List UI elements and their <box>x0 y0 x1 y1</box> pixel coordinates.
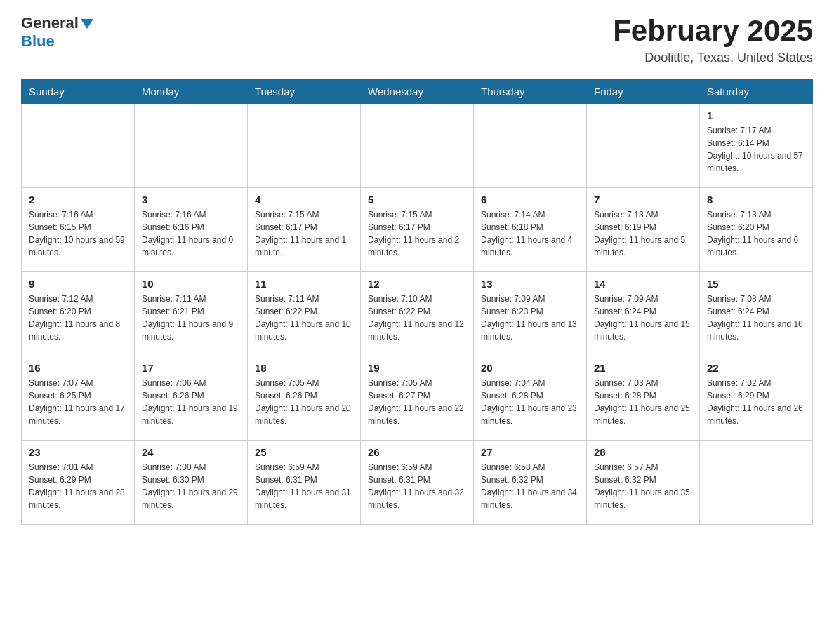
calendar-day-cell: 14Sunrise: 7:09 AMSunset: 6:24 PMDayligh… <box>587 272 700 356</box>
day-number: 5 <box>368 194 466 206</box>
calendar-day-cell: 11Sunrise: 7:11 AMSunset: 6:22 PMDayligh… <box>248 272 361 356</box>
day-sun-info: Sunrise: 7:14 AMSunset: 6:18 PMDaylight:… <box>481 208 579 259</box>
day-number: 12 <box>368 278 466 290</box>
day-number: 21 <box>594 362 692 374</box>
weekday-header-saturday: Saturday <box>700 80 813 104</box>
day-number: 28 <box>594 446 692 458</box>
calendar-day-cell: 2Sunrise: 7:16 AMSunset: 6:15 PMDaylight… <box>22 188 135 272</box>
calendar-day-cell: 10Sunrise: 7:11 AMSunset: 6:21 PMDayligh… <box>135 272 248 356</box>
logo-triangle-icon <box>81 19 93 29</box>
day-number: 14 <box>594 278 692 290</box>
day-sun-info: Sunrise: 7:09 AMSunset: 6:23 PMDaylight:… <box>481 293 579 343</box>
day-number: 4 <box>255 194 353 206</box>
location-subtitle: Doolittle, Texas, United States <box>613 51 813 65</box>
day-number: 13 <box>481 278 579 290</box>
calendar-day-cell: 16Sunrise: 7:07 AMSunset: 6:25 PMDayligh… <box>22 356 135 441</box>
calendar-day-cell: 24Sunrise: 7:00 AMSunset: 6:30 PMDayligh… <box>135 441 248 525</box>
day-number: 19 <box>368 362 466 374</box>
calendar-day-cell: 7Sunrise: 7:13 AMSunset: 6:19 PMDaylight… <box>587 188 700 272</box>
calendar-day-cell: 28Sunrise: 6:57 AMSunset: 6:32 PMDayligh… <box>587 441 700 525</box>
day-number: 26 <box>368 446 466 458</box>
day-sun-info: Sunrise: 7:15 AMSunset: 6:17 PMDaylight:… <box>255 208 353 259</box>
calendar-day-cell: 1Sunrise: 7:17 AMSunset: 6:14 PMDaylight… <box>700 104 813 188</box>
day-number: 10 <box>142 278 240 290</box>
calendar-day-cell: 15Sunrise: 7:08 AMSunset: 6:24 PMDayligh… <box>700 272 813 356</box>
calendar-week-row: 1Sunrise: 7:17 AMSunset: 6:14 PMDaylight… <box>22 104 813 188</box>
calendar-day-cell <box>135 104 248 188</box>
calendar-day-cell: 8Sunrise: 7:13 AMSunset: 6:20 PMDaylight… <box>700 188 813 272</box>
weekday-header-row: SundayMondayTuesdayWednesdayThursdayFrid… <box>22 80 813 104</box>
day-sun-info: Sunrise: 6:59 AMSunset: 6:31 PMDaylight:… <box>368 461 466 511</box>
day-sun-info: Sunrise: 7:15 AMSunset: 6:17 PMDaylight:… <box>368 208 466 259</box>
day-number: 17 <box>142 362 240 374</box>
calendar-day-cell: 19Sunrise: 7:05 AMSunset: 6:27 PMDayligh… <box>361 356 474 441</box>
calendar-week-row: 23Sunrise: 7:01 AMSunset: 6:29 PMDayligh… <box>22 441 813 525</box>
day-sun-info: Sunrise: 7:00 AMSunset: 6:30 PMDaylight:… <box>142 461 240 511</box>
calendar-day-cell: 3Sunrise: 7:16 AMSunset: 6:16 PMDaylight… <box>135 188 248 272</box>
calendar-day-cell <box>361 104 474 188</box>
weekday-header-monday: Monday <box>135 80 248 104</box>
day-number: 15 <box>707 278 805 290</box>
day-number: 7 <box>594 194 692 206</box>
month-title: February 2025 <box>613 14 813 48</box>
title-section: February 2025 Doolittle, Texas, United S… <box>613 14 813 65</box>
day-sun-info: Sunrise: 7:01 AMSunset: 6:29 PMDaylight:… <box>29 461 127 511</box>
calendar-day-cell <box>474 104 587 188</box>
day-sun-info: Sunrise: 6:58 AMSunset: 6:32 PMDaylight:… <box>481 461 579 511</box>
day-number: 1 <box>707 109 805 121</box>
calendar-week-row: 9Sunrise: 7:12 AMSunset: 6:20 PMDaylight… <box>22 272 813 356</box>
day-sun-info: Sunrise: 7:17 AMSunset: 6:14 PMDaylight:… <box>707 124 805 175</box>
day-sun-info: Sunrise: 7:09 AMSunset: 6:24 PMDaylight:… <box>594 293 692 343</box>
calendar-day-cell: 22Sunrise: 7:02 AMSunset: 6:29 PMDayligh… <box>700 356 813 441</box>
day-number: 9 <box>29 278 127 290</box>
day-number: 2 <box>29 194 127 206</box>
svg-marker-0 <box>81 19 93 29</box>
calendar-day-cell: 9Sunrise: 7:12 AMSunset: 6:20 PMDaylight… <box>22 272 135 356</box>
calendar-day-cell: 4Sunrise: 7:15 AMSunset: 6:17 PMDaylight… <box>248 188 361 272</box>
calendar-day-cell: 23Sunrise: 7:01 AMSunset: 6:29 PMDayligh… <box>22 441 135 525</box>
day-sun-info: Sunrise: 7:16 AMSunset: 6:15 PMDaylight:… <box>29 208 127 259</box>
day-number: 24 <box>142 446 240 458</box>
logo: General Blue <box>21 14 93 51</box>
day-sun-info: Sunrise: 7:10 AMSunset: 6:22 PMDaylight:… <box>368 293 466 343</box>
day-sun-info: Sunrise: 7:13 AMSunset: 6:19 PMDaylight:… <box>594 208 692 259</box>
day-sun-info: Sunrise: 7:05 AMSunset: 6:27 PMDaylight:… <box>368 377 466 427</box>
calendar-week-row: 2Sunrise: 7:16 AMSunset: 6:15 PMDaylight… <box>22 188 813 272</box>
day-number: 27 <box>481 446 579 458</box>
day-sun-info: Sunrise: 7:04 AMSunset: 6:28 PMDaylight:… <box>481 377 579 427</box>
day-sun-info: Sunrise: 7:03 AMSunset: 6:28 PMDaylight:… <box>594 377 692 427</box>
day-sun-info: Sunrise: 7:08 AMSunset: 6:24 PMDaylight:… <box>707 293 805 343</box>
day-sun-info: Sunrise: 7:06 AMSunset: 6:26 PMDaylight:… <box>142 377 240 427</box>
calendar-day-cell: 12Sunrise: 7:10 AMSunset: 6:22 PMDayligh… <box>361 272 474 356</box>
day-number: 18 <box>255 362 353 374</box>
weekday-header-wednesday: Wednesday <box>361 80 474 104</box>
day-number: 16 <box>29 362 127 374</box>
day-number: 23 <box>29 446 127 458</box>
day-sun-info: Sunrise: 7:11 AMSunset: 6:22 PMDaylight:… <box>255 293 353 343</box>
calendar-day-cell: 13Sunrise: 7:09 AMSunset: 6:23 PMDayligh… <box>474 272 587 356</box>
weekday-header-sunday: Sunday <box>22 80 135 104</box>
calendar-day-cell: 26Sunrise: 6:59 AMSunset: 6:31 PMDayligh… <box>361 441 474 525</box>
calendar-day-cell: 6Sunrise: 7:14 AMSunset: 6:18 PMDaylight… <box>474 188 587 272</box>
weekday-header-thursday: Thursday <box>474 80 587 104</box>
calendar-day-cell <box>248 104 361 188</box>
calendar-day-cell: 18Sunrise: 7:05 AMSunset: 6:26 PMDayligh… <box>248 356 361 441</box>
weekday-header-tuesday: Tuesday <box>248 80 361 104</box>
calendar-day-cell: 21Sunrise: 7:03 AMSunset: 6:28 PMDayligh… <box>587 356 700 441</box>
calendar-day-cell <box>587 104 700 188</box>
logo-general-text: General <box>21 14 79 32</box>
calendar-day-cell: 20Sunrise: 7:04 AMSunset: 6:28 PMDayligh… <box>474 356 587 441</box>
day-sun-info: Sunrise: 7:11 AMSunset: 6:21 PMDaylight:… <box>142 293 240 343</box>
day-number: 6 <box>481 194 579 206</box>
calendar-day-cell <box>700 441 813 525</box>
weekday-header-friday: Friday <box>587 80 700 104</box>
day-sun-info: Sunrise: 7:05 AMSunset: 6:26 PMDaylight:… <box>255 377 353 427</box>
calendar-day-cell: 17Sunrise: 7:06 AMSunset: 6:26 PMDayligh… <box>135 356 248 441</box>
logo-blue-text: Blue <box>21 32 55 50</box>
page-header: General Blue February 2025 Doolittle, Te… <box>21 14 813 65</box>
day-sun-info: Sunrise: 6:57 AMSunset: 6:32 PMDaylight:… <box>594 461 692 511</box>
day-sun-info: Sunrise: 7:07 AMSunset: 6:25 PMDaylight:… <box>29 377 127 427</box>
day-sun-info: Sunrise: 6:59 AMSunset: 6:31 PMDaylight:… <box>255 461 353 511</box>
calendar-week-row: 16Sunrise: 7:07 AMSunset: 6:25 PMDayligh… <box>22 356 813 441</box>
calendar-day-cell: 27Sunrise: 6:58 AMSunset: 6:32 PMDayligh… <box>474 441 587 525</box>
